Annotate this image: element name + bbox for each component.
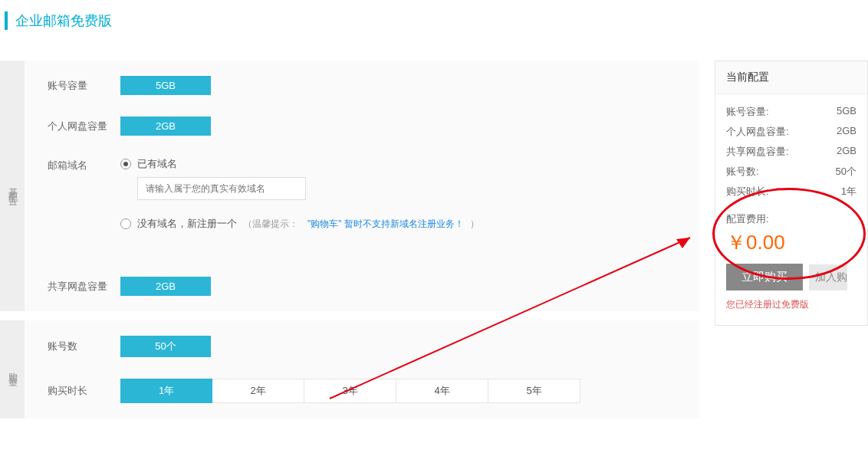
value-account-count[interactable]: 50个 <box>120 336 211 357</box>
config-row-label: 账号数: <box>726 165 759 179</box>
value-shared-disk[interactable]: 2GB <box>120 277 211 296</box>
config-row-value: 1年 <box>841 185 856 199</box>
duration-tab[interactable]: 3年 <box>304 379 396 403</box>
config-row-label: 购买时长: <box>726 185 769 199</box>
value-account-capacity[interactable]: 5GB <box>120 76 211 95</box>
duration-tab[interactable]: 5年 <box>488 379 580 403</box>
section-basic: 基本配置 账号容量 5GB 个人网盘容量 2GB 邮箱域名 <box>0 61 699 311</box>
hint-suffix: ） <box>470 218 479 231</box>
duration-tab[interactable]: 1年 <box>120 379 212 403</box>
side-label-purchase: 购买量 <box>0 320 25 418</box>
add-to-cart-button[interactable]: 加入购 <box>809 264 847 290</box>
config-panel-title: 当前配置 <box>715 61 867 94</box>
price-label: 配置费用: <box>715 202 867 229</box>
config-row: 个人网盘容量:2GB <box>715 122 867 142</box>
config-row: 账号容量:5GB <box>715 102 867 122</box>
domain-hint: "购物车" 暂时不支持新域名注册业务！ <box>307 218 464 231</box>
radio-icon <box>120 159 131 169</box>
config-row: 共享网盘容量:2GB <box>715 142 867 162</box>
side-label-basic: 基本配置 <box>0 61 25 311</box>
buy-button[interactable]: 立即购买 <box>726 264 803 290</box>
config-panel: 当前配置 账号容量:5GB个人网盘容量:2GB共享网盘容量:2GB账号数:50个… <box>715 61 868 326</box>
section-purchase: 购买量 账号数 50个 购买时长 1年2年3年4年5年 <box>0 320 699 418</box>
page-title: 企业邮箱免费版 <box>5 11 868 30</box>
radio-no-domain-label: 没有域名，新注册一个 <box>137 217 237 231</box>
config-row: 购买时长:1年 <box>715 182 867 202</box>
label-account-capacity: 账号容量 <box>48 79 120 93</box>
config-row-value: 2GB <box>837 125 856 139</box>
hint-prefix: （温馨提示： <box>243 218 298 231</box>
config-row-label: 账号容量: <box>726 105 769 119</box>
price-value: ￥0.00 <box>715 229 867 256</box>
config-row-value: 5GB <box>837 105 856 119</box>
config-row: 账号数:50个 <box>715 162 867 182</box>
config-row-label: 共享网盘容量: <box>726 145 789 159</box>
left-column: 基本配置 账号容量 5GB 个人网盘容量 2GB 邮箱域名 <box>0 61 699 428</box>
value-personal-disk[interactable]: 2GB <box>120 116 211 136</box>
label-personal-disk: 个人网盘容量 <box>48 120 120 133</box>
duration-tabs: 1年2年3年4年5年 <box>120 379 580 403</box>
label-account-count: 账号数 <box>48 340 120 353</box>
config-row-value: 2GB <box>837 145 856 159</box>
label-domain: 邮箱域名 <box>48 157 120 172</box>
config-row-value: 50个 <box>836 165 856 179</box>
radio-has-domain[interactable]: 已有域名 <box>120 157 479 171</box>
radio-has-domain-label: 已有域名 <box>137 157 177 171</box>
duration-tab[interactable]: 2年 <box>212 379 304 403</box>
label-duration: 购买时长 <box>48 384 120 398</box>
radio-no-domain[interactable]: 没有域名，新注册一个 （温馨提示： "购物车" 暂时不支持新域名注册业务！ ） <box>120 217 479 231</box>
radio-icon <box>120 218 131 229</box>
duration-tab[interactable]: 4年 <box>396 379 488 403</box>
registered-note: 您已经注册过免费版 <box>715 290 867 311</box>
config-row-label: 个人网盘容量: <box>726 125 789 139</box>
domain-input[interactable] <box>137 177 306 200</box>
label-shared-disk: 共享网盘容量 <box>48 280 120 294</box>
